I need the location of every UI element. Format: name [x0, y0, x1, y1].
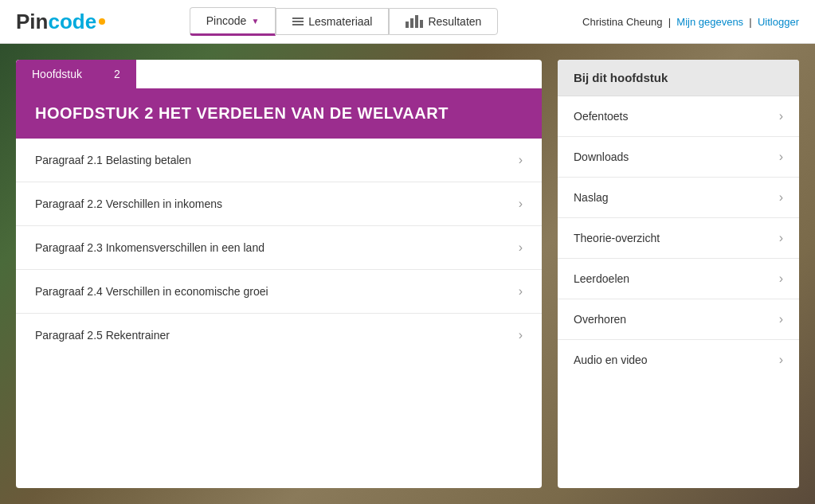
chevron-right-icon-4: ›: [519, 284, 523, 299]
paragraph-label-5: Paragraaf 2.5 Rekentrainer: [35, 329, 170, 342]
logo-pin: Pin: [16, 10, 48, 34]
lesmateriaal-button[interactable]: Lesmateriaal: [276, 8, 389, 35]
chapter-title: HOOFDSTUK 2 HET VERDELEN VAN DE WELVAART: [16, 88, 542, 139]
chevron-right-naslag: ›: [779, 190, 783, 205]
chevron-right-audio-en-video: ›: [779, 353, 783, 367]
paragraph-label-4: Paragraaf 2.4 Verschillen in economische…: [35, 285, 268, 298]
paragraph-label-2: Paragraaf 2.2 Verschillen in inkomens: [35, 197, 222, 210]
pincode-label: Pincode: [206, 14, 247, 27]
resultaten-icon: [406, 15, 423, 28]
chevron-right-oefentoets: ›: [779, 109, 783, 123]
chevron-right-icon-2: ›: [519, 197, 523, 211]
tab-number[interactable]: 2: [98, 60, 136, 88]
user-name: Christina Cheung: [582, 16, 662, 28]
sidebar-item-overhoren[interactable]: Overhoren ›: [558, 299, 799, 340]
sidebar-item-downloads[interactable]: Downloads ›: [558, 137, 799, 178]
right-panel: Bij dit hoofdstuk Oefentoets › Downloads…: [558, 60, 799, 488]
sidebar-item-naslag[interactable]: Naslag ›: [558, 178, 799, 218]
chevron-right-theorie-overzicht: ›: [779, 231, 783, 245]
sidebar-item-audio-en-video[interactable]: Audio en video ›: [558, 340, 799, 380]
lesmateriaal-label: Lesmateriaal: [308, 15, 372, 28]
chapter-tabs: Hoofdstuk 2: [16, 60, 542, 88]
sidebar-item-leerdoelen[interactable]: Leerdoelen ›: [558, 259, 799, 299]
pincode-button[interactable]: Pincode ▼: [190, 7, 276, 36]
left-panel: Hoofdstuk 2 HOOFDSTUK 2 HET VERDELEN VAN…: [16, 60, 542, 488]
paragraph-label-1: Paragraaf 2.1 Belasting betalen: [35, 154, 191, 166]
resultaten-label: Resultaten: [428, 15, 481, 28]
uitloggen-link[interactable]: Uitlogger: [758, 16, 799, 28]
mijn-gegevens-link[interactable]: Mijn gegevens: [676, 16, 743, 28]
paragraph-item-4[interactable]: Paragraaf 2.4 Verschillen in economische…: [16, 270, 542, 314]
paragraph-label-3: Paragraaf 2.3 Inkomensverschillen in een…: [35, 241, 264, 254]
chevron-right-icon-1: ›: [519, 153, 523, 167]
logo: Pincode: [16, 10, 105, 34]
logo-code: code: [48, 10, 96, 34]
sidebar-label-naslag: Naslag: [574, 191, 609, 204]
nav-buttons: Pincode ▼ Lesmateriaal Resultaten: [190, 7, 499, 36]
pincode-dropdown-icon: ▼: [251, 17, 259, 25]
sidebar-label-audio-en-video: Audio en video: [574, 354, 648, 366]
sidebar-label-overhoren: Overhoren: [574, 313, 626, 326]
lesmateriaal-icon: [292, 18, 304, 25]
chevron-right-icon-3: ›: [519, 240, 523, 255]
paragraph-item-1[interactable]: Paragraaf 2.1 Belasting betalen ›: [16, 139, 542, 182]
paragraph-item-2[interactable]: Paragraaf 2.2 Verschillen in inkomens ›: [16, 182, 542, 226]
sidebar-header: Bij dit hoofdstuk: [558, 60, 799, 96]
paragraphs-list: Paragraaf 2.1 Belasting betalen › Paragr…: [16, 139, 542, 357]
chevron-right-downloads: ›: [779, 150, 783, 164]
user-info: Christina Cheung | Mijn gegevens | Uitlo…: [582, 16, 799, 28]
header: Pincode Pincode ▼ Lesmateriaal Resultate…: [0, 0, 815, 44]
paragraph-item-5[interactable]: Paragraaf 2.5 Rekentrainer ›: [16, 314, 542, 357]
chevron-right-overhoren: ›: [779, 312, 783, 326]
sidebar-label-theorie-overzicht: Theorie-overzicht: [574, 232, 660, 244]
sidebar-label-oefentoets: Oefentoets: [574, 110, 629, 123]
resultaten-button[interactable]: Resultaten: [389, 8, 498, 35]
logo-dot: [99, 18, 105, 25]
sidebar-item-theorie-overzicht[interactable]: Theorie-overzicht ›: [558, 218, 799, 259]
sidebar-label-leerdoelen: Leerdoelen: [574, 272, 629, 285]
tab-hoofdstuk[interactable]: Hoofdstuk: [16, 60, 98, 88]
chevron-right-leerdoelen: ›: [779, 272, 783, 286]
sidebar-label-downloads: Downloads: [574, 150, 629, 163]
paragraph-item-3[interactable]: Paragraaf 2.3 Inkomensverschillen in een…: [16, 226, 542, 270]
main-area: Hoofdstuk 2 HOOFDSTUK 2 HET VERDELEN VAN…: [0, 44, 815, 504]
chevron-right-icon-5: ›: [519, 328, 523, 342]
sidebar-item-oefentoets[interactable]: Oefentoets ›: [558, 96, 799, 137]
